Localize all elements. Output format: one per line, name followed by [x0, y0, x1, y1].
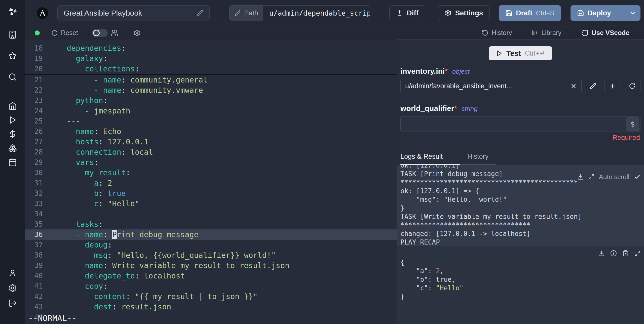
library-label: Library — [541, 29, 561, 37]
path-field[interactable]: Path u/admin/dependable_script — [229, 5, 370, 21]
tab-logs-result[interactable]: Logs & Result — [400, 153, 460, 165]
line-number: 22 — [25, 86, 43, 94]
code-text: --- — [67, 117, 80, 126]
library-icon — [532, 29, 538, 36]
code-line[interactable]: 35 tasks: — [25, 219, 397, 229]
code-line[interactable]: 22 - name: community.vmware — [25, 85, 397, 95]
path-value[interactable]: u/admin/dependable_script — [263, 6, 370, 21]
code-line[interactable]: 38 msg: "Hello, {{world_qualifier}} worl… — [25, 250, 397, 260]
download-icon[interactable] — [598, 250, 605, 257]
world-qualifier-input[interactable] — [400, 116, 640, 132]
settings-button[interactable]: Settings — [438, 5, 490, 21]
app-window: Great Ansible Playbook Path u/admin/depe… — [0, 0, 644, 324]
code-line[interactable]: 30 my_result: — [25, 168, 397, 178]
sidebar-rail — [0, 0, 25, 324]
assistant-toggle[interactable] — [92, 29, 108, 37]
code-line[interactable]: 26- name: Echo — [25, 126, 397, 137]
code-line[interactable]: 23 python: — [25, 95, 397, 106]
editor-settings-gear-icon[interactable] — [133, 29, 140, 36]
code-text: content: "{{ my_result | to_json }}" — [67, 292, 258, 301]
code-line[interactable]: 31 a: 2 — [25, 178, 397, 188]
log-line: ********************************* — [400, 221, 644, 229]
code-line-current[interactable]: 36 - name: Print debug message — [25, 229, 397, 240]
history-button[interactable]: History — [482, 29, 512, 37]
deploy-button[interactable]: Deploy — [571, 5, 618, 21]
code-line[interactable]: 19 galaxy: — [25, 53, 397, 64]
indent-guide — [76, 105, 76, 117]
calendar-icon[interactable] — [8, 158, 17, 167]
home-icon[interactable] — [8, 102, 17, 110]
code-line[interactable]: 40 delegate_to: localhost — [25, 271, 397, 281]
code-line[interactable]: 44 — [25, 312, 397, 322]
code-line[interactable]: 41 copy: — [25, 281, 397, 291]
code-line[interactable]: 34 — [25, 209, 397, 219]
dollar-sign-icon[interactable] — [8, 130, 17, 138]
edit-resource-button[interactable] — [585, 79, 601, 93]
code-text: dependencies: — [67, 44, 126, 53]
use-vscode-button[interactable]: Use VScode — [581, 29, 629, 37]
check-icon[interactable] — [634, 174, 640, 180]
inventory-resource-input[interactable]: u/admin/favorable_ansible_invent... — [400, 79, 582, 93]
line-number: 35 — [25, 220, 43, 228]
test-shortcut: Ctrl+↵ — [525, 49, 545, 57]
log-out-icon[interactable] — [8, 299, 17, 307]
deploy-dropdown-button[interactable] — [625, 5, 640, 21]
code-line[interactable]: 25--- — [25, 116, 397, 126]
boxes-icon[interactable] — [8, 144, 17, 152]
expand-icon[interactable] — [634, 250, 640, 256]
code-line[interactable]: 18dependencies: — [25, 43, 397, 53]
building-icon[interactable] — [8, 30, 17, 39]
library-button[interactable]: Library — [532, 29, 561, 37]
diff-button[interactable]: Diff — [389, 5, 425, 21]
logs-pane[interactable]: ok: [127.0.0.1]TASK [Print debug message… — [397, 165, 644, 246]
star-icon[interactable] — [8, 52, 17, 60]
search-icon[interactable] — [8, 73, 17, 81]
reset-button[interactable]: Reset — [51, 29, 78, 37]
indent-guide — [85, 198, 85, 210]
pencil-icon[interactable] — [197, 10, 203, 17]
code-line[interactable]: 39 - name: Write variable my_result to r… — [25, 260, 397, 271]
refresh-resource-button[interactable] — [624, 79, 640, 93]
code-line[interactable]: 28 connection: local — [25, 147, 397, 157]
code-line[interactable]: 27 hosts: 127.0.0.1 — [25, 137, 397, 147]
add-resource-button[interactable] — [604, 79, 621, 93]
code-line[interactable]: 24 - jmespath — [25, 106, 397, 116]
test-button[interactable]: Test Ctrl+↵ — [489, 46, 552, 60]
code-line[interactable]: 42 content: "{{ my_result | to_json }}" — [25, 291, 397, 302]
draft-shortcut: Ctrl+S — [536, 9, 554, 17]
close-icon[interactable] — [570, 83, 577, 89]
code-line[interactable]: 37 debug: — [25, 240, 397, 250]
inventory-field-name: inventory.ini — [400, 67, 445, 75]
line-number: 39 — [25, 261, 43, 270]
test-label: Test — [506, 49, 521, 58]
code-line[interactable]: 29 vars: — [25, 157, 397, 168]
clipboard-copy-icon[interactable] — [622, 250, 629, 257]
code-line[interactable]: 21 - name: community.general — [25, 75, 397, 85]
code-line[interactable]: 32 b: true — [25, 188, 397, 198]
draft-button[interactable]: Draft Ctrl+S — [499, 5, 561, 21]
windmill-logo[interactable] — [6, 4, 19, 20]
result-pane[interactable]: { "a": 2, "b": true, "c": "Hello"} — [397, 246, 644, 324]
result-json-line: "c": "Hello" — [400, 284, 640, 292]
code-editor[interactable]: 18dependencies:19 galaxy:20 collections:… — [25, 39, 397, 324]
expand-icon[interactable] — [588, 174, 594, 180]
vim-block-cursor: P — [112, 230, 117, 239]
play-icon[interactable] — [8, 116, 17, 124]
save-icon — [577, 10, 584, 17]
script-title-field[interactable]: Great Ansible Playbook — [57, 5, 210, 21]
info-icon[interactable] — [610, 250, 617, 257]
download-icon[interactable] — [577, 174, 584, 180]
user-icon[interactable] — [8, 269, 17, 277]
code-line[interactable]: 43 dest: result.json — [25, 302, 397, 312]
code-text: tasks: — [67, 220, 103, 229]
settings-icon[interactable] — [8, 284, 17, 292]
variable-picker-button[interactable]: $ — [626, 117, 639, 131]
result-json: { "a": 2, "b": true, "c": "Hello"} — [400, 258, 640, 301]
indent-guide — [85, 84, 85, 96]
toggle-knob — [93, 30, 100, 36]
use-vscode-label: Use VScode — [592, 29, 629, 37]
code-line[interactable]: 33 c: "Hello" — [25, 198, 397, 209]
users-icon[interactable] — [111, 29, 118, 37]
code-line[interactable]: 20 collections: — [25, 64, 397, 74]
tab-history[interactable]: History — [460, 153, 496, 165]
